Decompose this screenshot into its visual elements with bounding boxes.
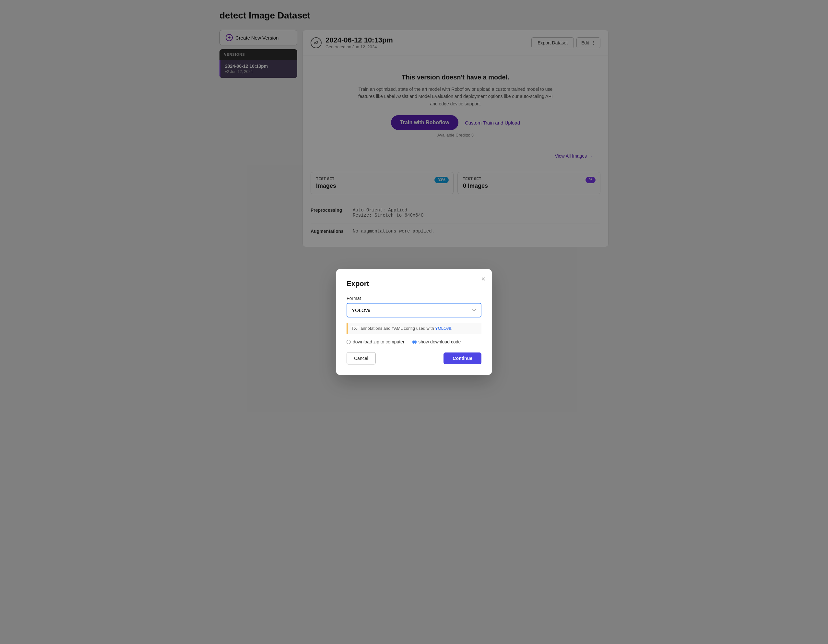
modal-actions: Cancel Continue [347, 352, 481, 364]
modal-close-button[interactable]: × [481, 276, 485, 282]
modal-overlay: Export × Format YOLOv9 YOLOv8 YOLOv5 COC… [0, 0, 828, 644]
format-group: Format YOLOv9 YOLOv8 YOLOv5 COCO Pascal … [347, 296, 481, 317]
continue-button[interactable]: Continue [444, 352, 481, 364]
format-hint: TXT annotations and YAML config used wit… [347, 323, 481, 334]
hint-link[interactable]: YOLOv9 [435, 326, 451, 331]
show-code-label: show download code [419, 339, 461, 344]
modal-title: Export [347, 280, 481, 288]
download-zip-option[interactable]: download zip to computer [347, 339, 405, 344]
export-modal: Export × Format YOLOv9 YOLOv8 YOLOv5 COC… [336, 269, 492, 375]
download-zip-label: download zip to computer [353, 339, 405, 344]
show-code-radio[interactable] [412, 340, 417, 344]
show-code-option[interactable]: show download code [412, 339, 461, 344]
format-label: Format [347, 296, 481, 301]
hint-text: TXT annotations and YAML config used wit… [351, 326, 435, 331]
download-zip-radio[interactable] [347, 340, 351, 344]
download-options: download zip to computer show download c… [347, 339, 481, 344]
hint-suffix: . [451, 326, 453, 331]
cancel-button[interactable]: Cancel [347, 352, 376, 364]
format-select[interactable]: YOLOv9 YOLOv8 YOLOv5 COCO Pascal VOC Ten… [347, 303, 481, 317]
